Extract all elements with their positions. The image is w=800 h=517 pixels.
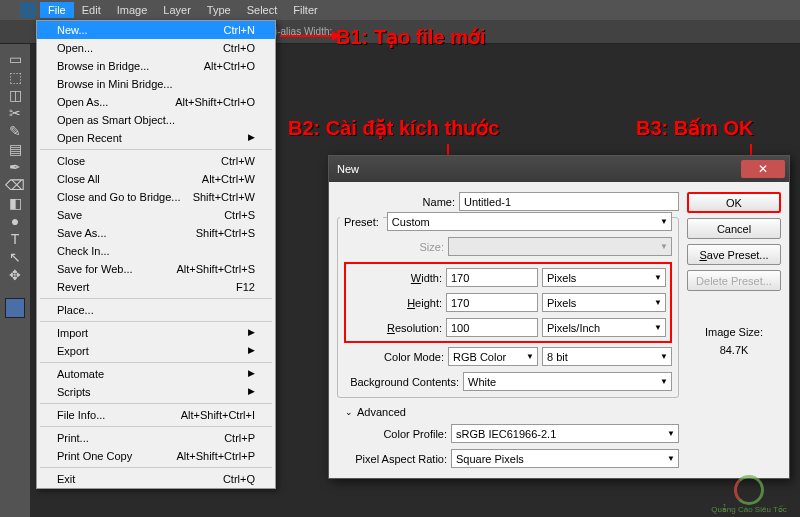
menu-item-print[interactable]: Print...Ctrl+P [37,429,275,447]
watermark-logo: Quảng Cáo Siêu Tốc [704,475,794,511]
save-preset-button[interactable]: Save Preset... [687,244,781,265]
menu-image[interactable]: Image [109,2,156,18]
app-icon [20,2,36,18]
height-label: Height: [350,297,442,309]
menu-item-closeandgotobridge[interactable]: Close and Go to Bridge...Shift+Ctrl+W [37,188,275,206]
dimensions-highlight-box: Width: Pixels▼ Height: Pixels▼ Resolutio… [344,262,672,343]
menu-item-openas[interactable]: Open As...Alt+Shift+Ctrl+O [37,93,275,111]
arrow-b1 [280,35,332,37]
menu-item-automate[interactable]: Automate▶ [37,365,275,383]
menu-separator [40,467,272,468]
name-label: Name: [337,196,455,208]
colordepth-combo[interactable]: 8 bit▼ [542,347,672,366]
file-menu-dropdown: New...Ctrl+NOpen...Ctrl+OBrowse in Bridg… [36,20,276,489]
menu-item-save[interactable]: SaveCtrl+S [37,206,275,224]
menu-item-openassmartobject[interactable]: Open as Smart Object... [37,111,275,129]
size-label: Size: [344,241,444,253]
main-menubar: FileEditImageLayerTypeSelectFilter [0,0,800,20]
tool-icon[interactable]: ✂ [4,104,26,122]
size-combo: ▼ [448,237,672,256]
bgcontents-combo[interactable]: White▼ [463,372,672,391]
menu-item-openrecent[interactable]: Open Recent▶ [37,129,275,147]
menu-type[interactable]: Type [199,2,239,18]
tool-icon[interactable]: ▤ [4,140,26,158]
tool-palette: ▭⬚◫✂✎▤✒⌫◧●T↖✥ [0,44,30,517]
width-label: Width: [350,272,442,284]
menu-separator [40,321,272,322]
tool-icon[interactable]: ◧ [4,194,26,212]
menu-item-fileinfo[interactable]: File Info...Alt+Shift+Ctrl+I [37,406,275,424]
preset-label: Preset: [340,216,383,228]
ok-button[interactable]: OK [687,192,781,213]
tool-icon[interactable]: ⬚ [4,68,26,86]
height-unit-combo[interactable]: Pixels▼ [542,293,666,312]
menu-item-import[interactable]: Import▶ [37,324,275,342]
colormode-label: Color Mode: [344,351,444,363]
image-size-label: Image Size: [687,326,781,338]
delete-preset-button: Delete Preset... [687,270,781,291]
tool-icon[interactable]: ✥ [4,266,26,284]
menu-item-browseinminibridge[interactable]: Browse in Mini Bridge... [37,75,275,93]
menu-item-closeall[interactable]: Close AllAlt+Ctrl+W [37,170,275,188]
tool-icon[interactable]: ⌫ [4,176,26,194]
new-document-dialog: New ✕ Name: Preset: Custom▼ Size: ▼ Wid [328,155,790,479]
tool-icon[interactable]: ◫ [4,86,26,104]
menu-item-export[interactable]: Export▶ [37,342,275,360]
resolution-label: Resolution: [350,322,442,334]
menu-item-exit[interactable]: ExitCtrl+Q [37,470,275,488]
image-size-value: 84.7K [687,344,781,356]
menu-item-printonecopy[interactable]: Print One CopyAlt+Shift+Ctrl+P [37,447,275,465]
tool-icon[interactable]: ↖ [4,248,26,266]
chevron-down-icon: ⌄ [345,407,353,417]
colorprofile-label: Color Profile: [337,428,447,440]
cancel-button[interactable]: Cancel [687,218,781,239]
advanced-label: Advanced [357,406,406,418]
menu-edit[interactable]: Edit [74,2,109,18]
menu-item-revert[interactable]: RevertF12 [37,278,275,296]
menu-file[interactable]: File [40,2,74,18]
width-input[interactable] [446,268,538,287]
pixelaspect-combo[interactable]: Square Pixels▼ [451,449,679,468]
menu-item-browseinbridge[interactable]: Browse in Bridge...Alt+Ctrl+O [37,57,275,75]
tool-icon[interactable]: ✎ [4,122,26,140]
width-unit-combo[interactable]: Pixels▼ [542,268,666,287]
menu-item-open[interactable]: Open...Ctrl+O [37,39,275,57]
resolution-unit-combo[interactable]: Pixels/Inch▼ [542,318,666,337]
tool-icon[interactable]: ● [4,212,26,230]
annotation-b3: B3: Bấm OK [636,116,754,140]
menu-item-place[interactable]: Place... [37,301,275,319]
dialog-titlebar[interactable]: New ✕ [329,156,789,182]
menu-filter[interactable]: Filter [285,2,325,18]
menu-item-checkin[interactable]: Check In... [37,242,275,260]
menu-item-saveas[interactable]: Save As...Shift+Ctrl+S [37,224,275,242]
colormode-combo[interactable]: RGB Color▼ [448,347,538,366]
menu-select[interactable]: Select [239,2,286,18]
pixelaspect-label: Pixel Aspect Ratio: [337,453,447,465]
menu-item-saveforweb[interactable]: Save for Web...Alt+Shift+Ctrl+S [37,260,275,278]
menu-item-new[interactable]: New...Ctrl+N [37,21,275,39]
tool-icon[interactable]: T [4,230,26,248]
resolution-input[interactable] [446,318,538,337]
tool-icon[interactable]: ✒ [4,158,26,176]
annotation-b2: B2: Cài đặt kích thước [288,116,499,140]
height-input[interactable] [446,293,538,312]
dialog-title: New [337,163,741,175]
menu-separator [40,403,272,404]
colorprofile-combo[interactable]: sRGB IEC61966-2.1▼ [451,424,679,443]
preset-combo[interactable]: Custom▼ [387,212,672,231]
arrow-b1-head [332,31,340,41]
menu-item-close[interactable]: CloseCtrl+W [37,152,275,170]
bgcontents-label: Background Contents: [344,376,459,388]
menu-item-scripts[interactable]: Scripts▶ [37,383,275,401]
menu-layer[interactable]: Layer [155,2,199,18]
menu-separator [40,362,272,363]
advanced-toggle[interactable]: ⌄ Advanced [345,406,679,418]
menu-separator [40,149,272,150]
menu-separator [40,298,272,299]
close-button[interactable]: ✕ [741,160,785,178]
tool-icon[interactable]: ▭ [4,50,26,68]
menu-separator [40,426,272,427]
foreground-color-swatch[interactable] [5,298,25,318]
name-input[interactable] [459,192,679,211]
annotation-b1: B1: Tạo file mới [336,25,486,49]
